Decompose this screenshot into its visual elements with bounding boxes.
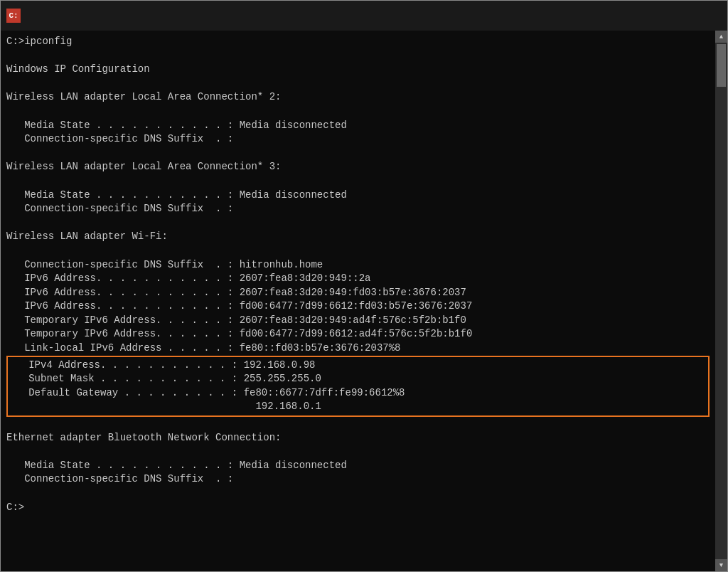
terminal-line: Media State . . . . . . . . . . . : Medi… [6, 119, 710, 133]
terminal-output[interactable]: C:>ipconfig Windows IP Configuration Wir… [1, 31, 715, 571]
terminal-line: Connection-specific DNS Suffix . : [6, 132, 710, 147]
content-area: C:>ipconfig Windows IP Configuration Wir… [1, 31, 727, 571]
terminal-line: Ethernet adapter Bluetooth Network Conne… [6, 431, 710, 445]
terminal-line [6, 174, 710, 189]
window-controls [618, 5, 722, 26]
terminal-line [6, 445, 710, 459]
terminal-line [6, 49, 710, 63]
title-bar-left: C: [6, 9, 26, 23]
terminal-line [6, 77, 710, 91]
scrollbar-thumb[interactable] [717, 44, 726, 87]
terminal-line: 192.168.0.1 [11, 400, 705, 414]
terminal-line: Wireless LAN adapter Local Area Connecti… [6, 90, 710, 105]
terminal-line: IPv6 Address. . . . . . . . . . . : 2607… [6, 286, 710, 300]
terminal-line: Subnet Mask . . . . . . . . . . . : 255.… [11, 372, 705, 386]
terminal-line [6, 105, 710, 119]
terminal-line [6, 487, 710, 501]
terminal-line: Link-local IPv6 Address . . . . . : fe80… [6, 341, 710, 356]
terminal-line: Wireless LAN adapter Wi-Fi: [6, 230, 710, 244]
terminal-line [6, 216, 710, 231]
terminal-line [6, 417, 710, 431]
maximize-button[interactable] [653, 5, 686, 26]
terminal-line [6, 244, 710, 258]
terminal-line: Media State . . . . . . . . . . . : Medi… [6, 189, 710, 203]
command-prompt-window: C: C:>ipconfig Windows IP Configuration … [0, 0, 728, 572]
terminal-line: Windows IP Configuration [6, 63, 710, 77]
terminal-line: Temporary IPv6 Address. . . . . . : 2607… [6, 314, 710, 328]
terminal-line: Default Gateway . . . . . . . . . : fe80… [11, 386, 705, 401]
scroll-down-arrow[interactable]: ▼ [715, 559, 727, 571]
scroll-up-arrow[interactable]: ▲ [715, 31, 727, 43]
title-bar: C: [1, 1, 727, 31]
terminal-line: IPv6 Address. . . . . . . . . . . : fd00… [6, 300, 710, 314]
terminal-line: C:>ipconfig [6, 35, 710, 49]
terminal-line: Connection-specific DNS Suffix . : [6, 202, 710, 216]
terminal-line: IPv4 Address. . . . . . . . . . . : 192.… [11, 359, 705, 373]
terminal-line [6, 147, 710, 161]
terminal-line: IPv6 Address. . . . . . . . . . . : 2607… [6, 272, 710, 286]
scrollbar[interactable]: ▲ ▼ [715, 31, 727, 571]
app-icon: C: [6, 9, 21, 23]
terminal-line: Wireless LAN adapter Local Area Connecti… [6, 160, 710, 174]
terminal-line: Media State . . . . . . . . . . . : Medi… [6, 459, 710, 473]
terminal-line: Temporary IPv6 Address. . . . . . : fd00… [6, 327, 710, 341]
close-button[interactable] [689, 5, 722, 26]
scrollbar-track[interactable] [715, 43, 727, 559]
terminal-line: Connection-specific DNS Suffix . : hitro… [6, 258, 710, 272]
terminal-line: C:> [6, 501, 710, 515]
minimize-button[interactable] [618, 5, 651, 26]
terminal-line: Connection-specific DNS Suffix . : [6, 472, 710, 487]
